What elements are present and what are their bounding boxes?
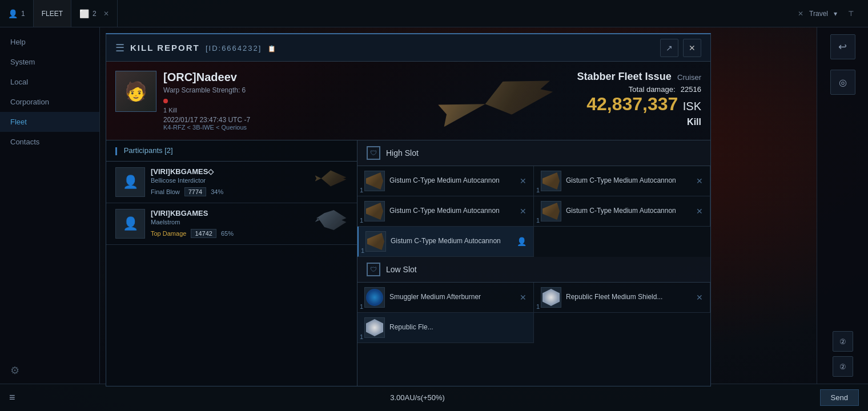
sidebar: Help System Local Corporation Fleet Cont… [0, 27, 100, 384]
slot-item-hs3[interactable]: 1 Gistum C-Type Medium Autocannon ✕ [357, 196, 534, 227]
participant-2-stats: Top Damage 14742 65% [151, 229, 308, 238]
bottombar: ≡ 3.00AU/s(+50%) Send [0, 384, 868, 411]
slot-item-hs4-icon [541, 201, 561, 221]
accent-bar [115, 147, 117, 155]
slot-item-hs2-close[interactable]: ✕ [696, 176, 703, 186]
modal-header: ☰ KILL REPORT [ID:6664232] 📋 ↗ ✕ [106, 34, 710, 62]
participants-count: [2] [164, 146, 172, 155]
chevron-down-icon: ▾ [834, 10, 837, 18]
kill-report-modal: ☰ KILL REPORT [ID:6664232] 📋 ↗ ✕ 🧑 [ [106, 33, 711, 386]
slot-item-hs4-close[interactable]: ✕ [696, 207, 703, 216]
close-modal-button[interactable]: ✕ [683, 39, 701, 57]
export-button[interactable]: ↗ [660, 39, 678, 57]
participant-row[interactable]: 👤 [VIRI]KBGAMES Maelstrom Top Damage 147… [106, 203, 357, 245]
copy-icon[interactable]: 📋 [268, 45, 277, 52]
participants-panel: Participants [2] 👤 [VIRI]KBGAMES◇ Bellic… [106, 140, 357, 386]
topbar-right: ✕ Travel ▾ ⊤ [798, 6, 868, 22]
slot-item-hs4[interactable]: 1 Gistum C-Type Medium Autocannon ✕ [534, 196, 710, 227]
modal-header-actions: ↗ ✕ [660, 39, 701, 57]
ship-mini-1 [315, 168, 347, 188]
participants-title: Participants [124, 146, 163, 155]
right-btn-4[interactable]: ② [833, 356, 853, 377]
topbar-tab-social[interactable]: 👤 1 [0, 0, 34, 27]
low-slot-section-header: 🛡 Low Slot [357, 257, 710, 283]
participant-2-ship-img [314, 209, 348, 232]
topbar-tab-fleet[interactable]: FLEET [34, 0, 71, 27]
victim-face: 🧑 [116, 71, 156, 111]
modal-menu-icon[interactable]: ☰ [115, 42, 124, 54]
topbar-tab-social-label: 1 [21, 10, 25, 18]
slot-item-ls2-close[interactable]: ✕ [696, 293, 703, 302]
ship-silhouette [433, 62, 558, 140]
slot-item-ls2-name: Republic Fleet Medium Shield... [566, 293, 662, 302]
slot-item-ls3-name: Republic Fle... [389, 323, 433, 332]
slot-item-hs3-count: 1 [360, 217, 363, 224]
low-slot-items-grid: 1 Smuggler Medium Afterburner ✕ 1 Republ… [357, 283, 710, 343]
slot-item-ls1-icon [364, 287, 385, 308]
settings-icon[interactable]: ⊤ [843, 6, 859, 22]
participant-1-ship: Bellicose Interdictor [151, 177, 308, 184]
slot-item-hs4-name: Gistum C-Type Medium Autocannon [566, 207, 676, 216]
isk-value-row: 42,837,337 ISK [577, 94, 701, 115]
slot-item-hs3-close[interactable]: ✕ [520, 207, 527, 216]
slot-item-ls2[interactable]: 1 Republic Fleet Medium Shield... ✕ [534, 283, 710, 313]
right-sidebar: ↩ ◎ ② ② [817, 27, 868, 384]
slot-item-hs1-name: Gistum C-Type Medium Autocannon [389, 176, 500, 186]
slot-item-hs2-name: Gistum C-Type Medium Autocannon [566, 176, 676, 186]
participant-1-info: [VIRI]KBGAMES◇ Bellicose Interdictor Fin… [151, 167, 308, 196]
slot-item-hs5-count: 1 [361, 247, 364, 254]
sidebar-item-help[interactable]: Help [0, 32, 99, 52]
slot-item-ls1-close[interactable]: ✕ [520, 293, 527, 302]
sidebar-item-contacts[interactable]: Contacts [0, 132, 99, 152]
participant-row[interactable]: 👤 [VIRI]KBGAMES◇ Bellicose Interdictor F… [106, 162, 357, 203]
close-tab-icon[interactable]: ✕ [103, 10, 109, 18]
victim-avatar: 🧑 [115, 71, 156, 112]
victim-avatar-area: 🧑 [ORC]Nadeev Warp Scramble Strength: 6 … [115, 71, 250, 131]
kill-top-section: 🧑 [ORC]Nadeev Warp Scramble Strength: 6 … [106, 62, 710, 140]
high-slot-section-header: 🛡 High Slot [357, 140, 710, 166]
slot-item-ls1[interactable]: 1 Smuggler Medium Afterburner ✕ [357, 283, 534, 313]
slot-item-hs1-icon [364, 171, 385, 191]
right-btn-1[interactable]: ↩ [830, 34, 855, 59]
slot-item-ls3[interactable]: 1 Republic Fle... [357, 313, 534, 343]
kill-time: 2022/01/17 23:47:43 UTC -7 [163, 116, 250, 124]
participants-header: Participants [2] [106, 140, 357, 162]
ship-mini-2 [315, 210, 347, 230]
settings-gear-icon[interactable]: ⚙ [0, 357, 99, 384]
slot-item-hs5[interactable]: 1 Gistum C-Type Medium Autocannon 👤 [357, 227, 534, 257]
slot-item-hs1-close[interactable]: ✕ [520, 176, 527, 186]
sidebar-item-corporation[interactable]: Corporation [0, 92, 99, 112]
slot-item-hs2[interactable]: 1 Gistum C-Type Medium Autocannon ✕ [534, 166, 710, 196]
slot-item-ls2-icon [541, 287, 561, 308]
sidebar-item-system[interactable]: System [0, 52, 99, 72]
topbar: 👤 1 FLEET ⬜ 2 ✕ ✕ Travel ▾ ⊤ [0, 0, 868, 27]
send-button[interactable]: Send [820, 389, 859, 406]
slot-item-hs1-count: 1 [360, 187, 363, 194]
kill-location: K4-RFZ < 3B-IWE < Querious [163, 124, 250, 131]
ship-name-line: Stabber Fleet Issue Cruiser [577, 71, 701, 83]
victim-ship-type: Cruiser [677, 73, 701, 82]
bottom-menu-icon[interactable]: ≡ [9, 392, 15, 404]
slot-item-hs5-icon [365, 231, 386, 252]
topbar-tab-fleet-label: FLEET [42, 10, 63, 18]
modal-id: [ID:6664232] [206, 44, 262, 53]
sidebar-item-fleet[interactable]: Fleet [0, 112, 99, 132]
slot-item-ls1-name: Smuggler Medium Afterburner [389, 293, 481, 302]
right-btn-2[interactable]: ◎ [830, 70, 855, 95]
right-btn-3[interactable]: ② [833, 331, 853, 352]
slot-item-ls2-count: 1 [536, 303, 540, 310]
topbar-tab-window2[interactable]: ⬜ 2 ✕ [71, 0, 118, 27]
participant-2-avatar: 👤 [115, 209, 145, 239]
participant-1-stats: Final Blow 7774 34% [151, 187, 308, 196]
travel-label[interactable]: Travel [809, 10, 828, 18]
victim-name: [ORC]Nadeev [163, 71, 250, 84]
social-icon: 👤 [8, 9, 18, 18]
participant-1-avatar: 👤 [115, 167, 145, 197]
kill-type: Kill [577, 117, 701, 127]
sidebar-item-local[interactable]: Local [0, 72, 99, 92]
participant-2-info: [VIRI]KBGAMES Maelstrom Top Damage 14742… [151, 209, 308, 238]
participant-2-pct: 65% [221, 230, 234, 237]
participant-2-damage: 14742 [191, 229, 216, 238]
participant-2-name: [VIRI]KBGAMES [151, 209, 308, 217]
slot-item-hs1[interactable]: 1 Gistum C-Type Medium Autocannon ✕ [357, 166, 534, 196]
